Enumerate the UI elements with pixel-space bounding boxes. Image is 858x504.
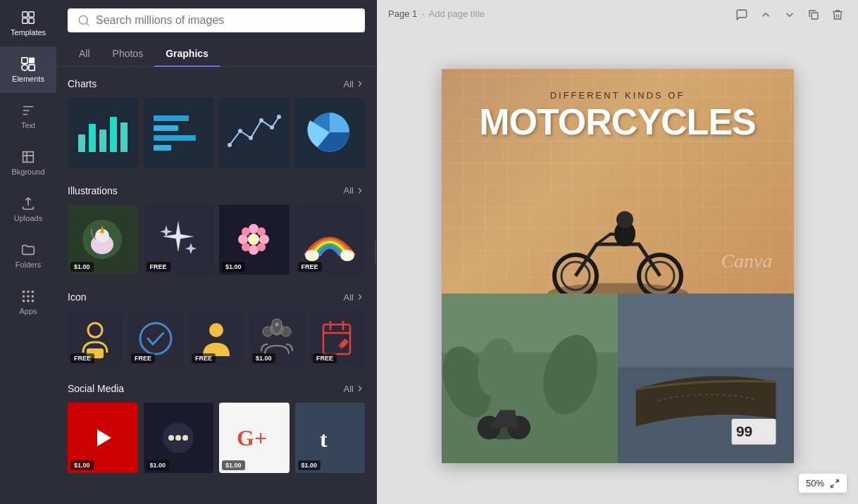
svg-point-40 [249,245,259,255]
duplicate-icon [807,8,820,21]
svg-rect-23 [154,115,189,121]
up-button[interactable] [757,6,775,24]
illus-unicorn[interactable]: $1.00 [68,205,138,275]
svg-rect-25 [154,135,196,141]
sidebar-item-templates[interactable]: Templates [0,0,56,46]
svg-point-16 [32,300,35,303]
svg-rect-7 [29,65,35,70]
sidebar-item-apps[interactable]: Apps [0,279,56,325]
svg-point-6 [22,65,27,70]
svg-point-32 [277,115,281,119]
messenger-icon [157,420,199,455]
canvas-design[interactable]: DIFFERENT KINDS OF MOTORCYCLES [442,69,794,463]
icon-group-location[interactable]: $1.00 [249,311,304,366]
chart-item-line[interactable] [219,98,290,168]
svg-rect-0 [23,12,27,17]
svg-point-29 [249,136,253,140]
delete-button[interactable] [828,6,847,24]
icons-all-link[interactable]: All [344,292,365,303]
icon-calendar[interactable]: FREE [310,311,365,366]
tab-graphics[interactable]: Graphics [154,41,220,66]
chart-item-hbar[interactable] [144,98,214,168]
svg-point-47 [249,235,258,244]
line-chart-icon [226,110,282,156]
svg-point-44 [257,227,266,236]
duplicate-button[interactable] [804,6,823,24]
page-label: Page 1 - Add page title [388,8,485,19]
icons-title: Icon [68,291,86,303]
svg-point-39 [249,224,259,234]
hbar-chart-icon [150,110,206,156]
page-title-placeholder[interactable]: Add page title [429,8,485,19]
icons-grid: FREE FREE FREE [68,311,365,366]
sidebar-item-background[interactable]: Bkground [0,139,56,186]
social-media-title: Social Media [68,383,124,394]
svg-point-15 [27,300,30,303]
checkmark-badge: FREE [131,353,155,363]
illustrations-title: Illustrations [68,185,118,196]
svg-text:t: t [320,427,328,452]
social-tumblr[interactable]: t $1.00 [295,403,366,473]
illus-sparkle[interactable]: FREE [144,205,214,275]
background-icon [20,149,36,165]
icon-person-badge[interactable]: FREE [68,311,123,366]
zoom-level: 50% [806,478,824,489]
bottom-right-photo: 99 [618,294,794,463]
page-number: Page 1 [388,8,417,19]
social-media-all-link[interactable]: All [344,384,365,394]
svg-rect-2 [23,18,27,23]
illustrations-grid: $1.00 FREE [68,205,365,275]
canvas-container: Page 1 - Add page title [377,0,858,504]
sidebar-item-elements[interactable]: Elements [0,46,56,93]
canvas-bottom-left [442,294,618,463]
svg-rect-69 [309,420,351,455]
svg-rect-19 [89,124,96,152]
search-icon [77,14,90,27]
sidebar-item-uploads[interactable]: Uploads [0,186,56,232]
left-sidebar: Templates Elements Text Bkground U [0,0,56,504]
section-charts: Charts All [56,67,376,174]
expand-icon [830,479,840,489]
canvas-top-section: DIFFERENT KINDS OF MOTORCYCLES [442,69,794,294]
uploads-icon [20,196,36,211]
illustrations-all-link[interactable]: All [344,185,365,196]
svg-point-30 [259,118,263,122]
chart-item-bar[interactable] [68,98,138,168]
charts-all-link[interactable]: All [344,79,365,89]
comment-button[interactable] [733,6,751,24]
comment-icon [735,8,748,21]
tab-all[interactable]: All [68,41,101,66]
bottom-left-photo [442,294,618,463]
search-wrapper[interactable] [68,8,365,32]
chevron-right-icon [355,79,365,89]
svg-rect-21 [110,117,117,152]
main-canvas-area: Page 1 - Add page title [377,0,858,504]
svg-rect-1 [29,12,34,17]
templates-label: Templates [11,28,46,37]
icon-person-hood[interactable]: FREE [189,311,244,366]
person-hood-badge: FREE [192,353,216,363]
svg-point-45 [242,243,250,251]
illus-rainbow[interactable]: FREE [295,205,366,275]
svg-point-66 [175,435,181,441]
social-youtube[interactable]: $1.00 [68,403,138,473]
tab-photos[interactable]: Photos [101,41,155,66]
person-badge-badge: FREE [70,353,94,363]
icon-checkmark[interactable]: FREE [128,311,183,366]
chart-item-pie[interactable] [295,98,366,168]
search-input[interactable] [96,14,355,27]
chevron-right-icon3 [355,292,365,302]
down-button[interactable] [781,6,799,24]
text-icon [20,103,36,118]
svg-point-78 [616,211,633,228]
sidebar-item-text[interactable]: Text [0,93,56,139]
illus-flowers[interactable]: $1.00 [219,205,290,275]
svg-rect-22 [120,122,128,152]
social-google-plus[interactable]: G+ $1.00 [219,403,290,473]
svg-point-41 [238,234,248,244]
sidebar-item-folders[interactable]: Folders [0,232,56,279]
zoom-control[interactable]: 50% [799,474,847,493]
svg-point-49 [340,250,354,261]
svg-point-48 [305,250,319,261]
social-messenger[interactable]: $1.00 [144,403,214,473]
